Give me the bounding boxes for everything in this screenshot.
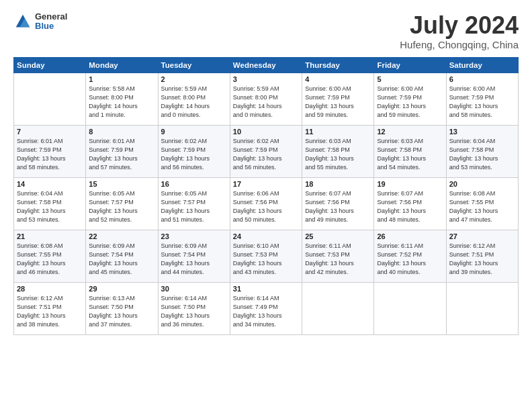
calendar-cell: 23Sunrise: 6:09 AM Sunset: 7:54 PM Dayli… bbox=[158, 230, 230, 282]
calendar-cell: 2Sunrise: 5:59 AM Sunset: 8:00 PM Daylig… bbox=[158, 73, 230, 125]
cell-date-number: 14 bbox=[17, 180, 83, 188]
col-thursday: Thursday bbox=[302, 57, 374, 73]
calendar-cell: 29Sunrise: 6:13 AM Sunset: 7:50 PM Dayli… bbox=[86, 282, 158, 334]
calendar-cell: 19Sunrise: 6:07 AM Sunset: 7:56 PM Dayli… bbox=[374, 177, 446, 230]
calendar-cell: 13Sunrise: 6:04 AM Sunset: 7:58 PM Dayli… bbox=[446, 125, 518, 177]
cell-date-number: 30 bbox=[161, 285, 227, 293]
cell-daylight-info: Sunrise: 6:01 AM Sunset: 7:59 PM Dayligh… bbox=[17, 137, 83, 172]
cell-daylight-info: Sunrise: 6:00 AM Sunset: 7:59 PM Dayligh… bbox=[449, 85, 515, 120]
main-title: July 2024 bbox=[400, 12, 519, 39]
cell-date-number: 12 bbox=[377, 128, 443, 136]
calendar-cell: 7Sunrise: 6:01 AM Sunset: 7:59 PM Daylig… bbox=[14, 125, 86, 177]
cell-daylight-info: Sunrise: 6:02 AM Sunset: 7:59 PM Dayligh… bbox=[161, 137, 227, 172]
cell-daylight-info: Sunrise: 6:08 AM Sunset: 7:55 PM Dayligh… bbox=[449, 189, 515, 224]
cell-daylight-info: Sunrise: 5:59 AM Sunset: 8:00 PM Dayligh… bbox=[161, 85, 227, 120]
calendar-cell: 6Sunrise: 6:00 AM Sunset: 7:59 PM Daylig… bbox=[446, 73, 518, 125]
cell-date-number: 22 bbox=[89, 232, 154, 240]
cell-daylight-info: Sunrise: 6:14 AM Sunset: 7:50 PM Dayligh… bbox=[161, 294, 227, 329]
calendar-cell: 30Sunrise: 6:14 AM Sunset: 7:50 PM Dayli… bbox=[158, 282, 230, 334]
calendar-cell: 25Sunrise: 6:11 AM Sunset: 7:53 PM Dayli… bbox=[302, 230, 374, 282]
logo-text: General Blue bbox=[35, 12, 67, 32]
calendar-cell bbox=[302, 282, 374, 334]
cell-date-number: 15 bbox=[89, 180, 154, 188]
cell-daylight-info: Sunrise: 6:06 AM Sunset: 7:56 PM Dayligh… bbox=[233, 189, 299, 224]
cell-daylight-info: Sunrise: 6:03 AM Sunset: 7:58 PM Dayligh… bbox=[377, 137, 443, 172]
cell-date-number: 21 bbox=[17, 232, 83, 240]
calendar-cell: 12Sunrise: 6:03 AM Sunset: 7:58 PM Dayli… bbox=[374, 125, 446, 177]
cell-daylight-info: Sunrise: 6:09 AM Sunset: 7:54 PM Dayligh… bbox=[161, 242, 227, 277]
calendar-cell bbox=[374, 282, 446, 334]
calendar-week-2: 7Sunrise: 6:01 AM Sunset: 7:59 PM Daylig… bbox=[14, 125, 519, 177]
cell-date-number: 16 bbox=[161, 180, 227, 188]
cell-date-number: 25 bbox=[305, 232, 371, 240]
col-wednesday: Wednesday bbox=[230, 57, 302, 73]
cell-date-number: 26 bbox=[377, 232, 443, 240]
col-saturday: Saturday bbox=[446, 57, 518, 73]
calendar-cell: 5Sunrise: 6:00 AM Sunset: 7:59 PM Daylig… bbox=[374, 73, 446, 125]
cell-date-number: 1 bbox=[89, 75, 154, 83]
logo-blue-text: Blue bbox=[35, 21, 67, 31]
cell-date-number: 29 bbox=[89, 285, 154, 293]
cell-daylight-info: Sunrise: 6:12 AM Sunset: 7:51 PM Dayligh… bbox=[17, 294, 83, 329]
calendar-week-1: 1Sunrise: 5:58 AM Sunset: 8:00 PM Daylig… bbox=[14, 73, 519, 125]
cell-date-number: 19 bbox=[377, 180, 443, 188]
calendar-cell bbox=[446, 282, 518, 334]
cell-daylight-info: Sunrise: 6:01 AM Sunset: 7:59 PM Dayligh… bbox=[89, 137, 154, 172]
page: General Blue July 2024 Hufeng, Chongqing… bbox=[0, 0, 532, 411]
calendar-cell: 31Sunrise: 6:14 AM Sunset: 7:49 PM Dayli… bbox=[230, 282, 302, 334]
calendar-week-5: 28Sunrise: 6:12 AM Sunset: 7:51 PM Dayli… bbox=[14, 282, 519, 334]
cell-daylight-info: Sunrise: 6:05 AM Sunset: 7:57 PM Dayligh… bbox=[161, 189, 227, 224]
title-block: July 2024 Hufeng, Chongqing, China bbox=[400, 12, 519, 50]
cell-date-number: 5 bbox=[377, 75, 443, 83]
cell-daylight-info: Sunrise: 6:07 AM Sunset: 7:56 PM Dayligh… bbox=[305, 189, 371, 224]
calendar-cell bbox=[14, 73, 86, 125]
calendar-cell: 16Sunrise: 6:05 AM Sunset: 7:57 PM Dayli… bbox=[158, 177, 230, 230]
col-sunday: Sunday bbox=[14, 57, 86, 73]
cell-date-number: 20 bbox=[449, 180, 515, 188]
cell-date-number: 28 bbox=[17, 285, 83, 293]
subtitle: Hufeng, Chongqing, China bbox=[400, 39, 519, 50]
calendar-week-4: 21Sunrise: 6:08 AM Sunset: 7:55 PM Dayli… bbox=[14, 230, 519, 282]
cell-date-number: 7 bbox=[17, 128, 83, 136]
cell-date-number: 31 bbox=[233, 285, 299, 293]
cell-daylight-info: Sunrise: 6:09 AM Sunset: 7:54 PM Dayligh… bbox=[89, 242, 154, 277]
cell-daylight-info: Sunrise: 6:14 AM Sunset: 7:49 PM Dayligh… bbox=[233, 294, 299, 329]
calendar-cell: 18Sunrise: 6:07 AM Sunset: 7:56 PM Dayli… bbox=[302, 177, 374, 230]
cell-date-number: 4 bbox=[305, 75, 371, 83]
cell-daylight-info: Sunrise: 6:10 AM Sunset: 7:53 PM Dayligh… bbox=[233, 242, 299, 277]
calendar-cell: 4Sunrise: 6:00 AM Sunset: 7:59 PM Daylig… bbox=[302, 73, 374, 125]
cell-daylight-info: Sunrise: 6:04 AM Sunset: 7:58 PM Dayligh… bbox=[17, 189, 83, 224]
cell-date-number: 6 bbox=[449, 75, 515, 83]
col-monday: Monday bbox=[86, 57, 158, 73]
calendar-header-row: Sunday Monday Tuesday Wednesday Thursday… bbox=[14, 57, 519, 73]
calendar-cell: 10Sunrise: 6:02 AM Sunset: 7:59 PM Dayli… bbox=[230, 125, 302, 177]
cell-daylight-info: Sunrise: 6:04 AM Sunset: 7:58 PM Dayligh… bbox=[449, 137, 515, 172]
calendar-week-3: 14Sunrise: 6:04 AM Sunset: 7:58 PM Dayli… bbox=[14, 177, 519, 230]
calendar-cell: 27Sunrise: 6:12 AM Sunset: 7:51 PM Dayli… bbox=[446, 230, 518, 282]
cell-daylight-info: Sunrise: 6:13 AM Sunset: 7:50 PM Dayligh… bbox=[89, 294, 154, 329]
calendar-cell: 11Sunrise: 6:03 AM Sunset: 7:58 PM Dayli… bbox=[302, 125, 374, 177]
cell-date-number: 17 bbox=[233, 180, 299, 188]
calendar-cell: 24Sunrise: 6:10 AM Sunset: 7:53 PM Dayli… bbox=[230, 230, 302, 282]
cell-daylight-info: Sunrise: 6:11 AM Sunset: 7:52 PM Dayligh… bbox=[377, 242, 443, 277]
calendar-cell: 3Sunrise: 5:59 AM Sunset: 8:00 PM Daylig… bbox=[230, 73, 302, 125]
cell-daylight-info: Sunrise: 6:11 AM Sunset: 7:53 PM Dayligh… bbox=[305, 242, 371, 277]
cell-daylight-info: Sunrise: 5:59 AM Sunset: 8:00 PM Dayligh… bbox=[233, 85, 299, 120]
calendar-cell: 28Sunrise: 6:12 AM Sunset: 7:51 PM Dayli… bbox=[14, 282, 86, 334]
calendar-cell: 9Sunrise: 6:02 AM Sunset: 7:59 PM Daylig… bbox=[158, 125, 230, 177]
calendar-cell: 20Sunrise: 6:08 AM Sunset: 7:55 PM Dayli… bbox=[446, 177, 518, 230]
cell-date-number: 24 bbox=[233, 232, 299, 240]
cell-date-number: 27 bbox=[449, 232, 515, 240]
cell-date-number: 8 bbox=[89, 128, 154, 136]
col-tuesday: Tuesday bbox=[158, 57, 230, 73]
cell-daylight-info: Sunrise: 6:00 AM Sunset: 7:59 PM Dayligh… bbox=[305, 85, 371, 120]
cell-daylight-info: Sunrise: 6:00 AM Sunset: 7:59 PM Dayligh… bbox=[377, 85, 443, 120]
cell-daylight-info: Sunrise: 6:07 AM Sunset: 7:56 PM Dayligh… bbox=[377, 189, 443, 224]
calendar-cell: 21Sunrise: 6:08 AM Sunset: 7:55 PM Dayli… bbox=[14, 230, 86, 282]
cell-daylight-info: Sunrise: 6:05 AM Sunset: 7:57 PM Dayligh… bbox=[89, 189, 154, 224]
cell-daylight-info: Sunrise: 6:03 AM Sunset: 7:58 PM Dayligh… bbox=[305, 137, 371, 172]
header: General Blue July 2024 Hufeng, Chongqing… bbox=[13, 12, 519, 50]
calendar-cell: 8Sunrise: 6:01 AM Sunset: 7:59 PM Daylig… bbox=[86, 125, 158, 177]
calendar-cell: 15Sunrise: 6:05 AM Sunset: 7:57 PM Dayli… bbox=[86, 177, 158, 230]
cell-date-number: 13 bbox=[449, 128, 515, 136]
